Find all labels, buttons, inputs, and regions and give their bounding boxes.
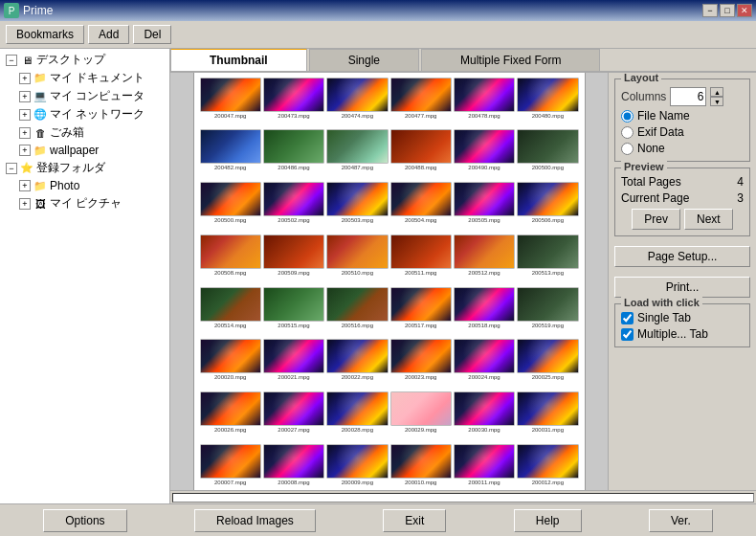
list-item[interactable]: 200504.mpg [390,178,452,229]
help-button[interactable]: Help [514,509,582,532]
list-item[interactable]: 200012.mpg [517,439,578,490]
list-item[interactable]: 200508.mpg [200,230,261,280]
list-item[interactable]: 200514.mpg [200,282,261,333]
list-item[interactable]: 200500.mpg [200,178,261,229]
list-item[interactable]: 200009.mpg [326,439,388,490]
print-button[interactable]: Print... [614,277,750,298]
minimize-button[interactable]: − [702,4,718,17]
list-item[interactable]: 200511.mpg [390,230,452,280]
columns-up[interactable]: ▲ [710,87,723,97]
sidebar-item-mycomputer[interactable]: + 💻 マイ コンピュータ [2,87,167,105]
expand-wallpaper[interactable]: + [19,145,31,156]
expand-recycle[interactable]: + [19,127,31,139]
thumbnail-image [326,339,388,373]
list-item[interactable]: 200023.mpg [390,335,452,386]
list-item[interactable]: 200047.mpg [200,73,261,123]
tab-single[interactable]: Single [309,49,419,71]
list-item[interactable]: 200518.mpg [454,282,515,333]
expand-mycomputer[interactable]: + [19,91,31,102]
sidebar-item-mydocs[interactable]: + 📁 マイ ドキュメント [2,69,167,87]
page-setup-button[interactable]: Page Setup... [614,246,750,267]
list-item[interactable]: 200007.mpg [200,439,261,490]
prev-button[interactable]: Prev [632,209,680,230]
tab-thumbnail[interactable]: Thumbnail [170,49,307,71]
exit-button[interactable]: Exit [383,509,446,532]
list-item[interactable]: 200502.mpg [263,178,324,229]
list-item[interactable]: 200027.mpg [263,388,324,438]
list-item[interactable]: 200473.mpg [263,73,324,123]
sidebar-item-desktop[interactable]: − 🖥 デスクトップ [2,51,167,69]
filename-radio[interactable] [621,110,634,123]
list-item[interactable]: 200500.mpg [517,125,578,176]
single-tab-checkbox[interactable] [621,312,634,324]
list-item[interactable]: 200024.mpg [454,335,515,386]
list-item[interactable]: 200512.mpg [454,230,515,280]
expand-mydocs[interactable]: + [19,73,31,84]
expand-desktop[interactable]: − [6,55,17,66]
expand-regfolder[interactable]: − [6,163,17,174]
exif-radio[interactable] [621,126,634,139]
bookmarks-button[interactable]: Bookmarks [6,25,84,44]
list-item[interactable]: 200028.mpg [326,388,388,438]
list-item[interactable]: 200509.mpg [263,230,324,280]
expand-mypictures[interactable]: + [19,198,31,210]
list-item[interactable]: 200506.mpg [517,178,578,229]
next-button[interactable]: Next [684,209,733,230]
list-item[interactable]: 200516.mpg [326,282,388,333]
sidebar-item-mypictures[interactable]: + 🖼 マイ ピクチャ [2,194,167,212]
current-page-value: 3 [737,191,744,205]
list-item[interactable]: 200515.mpg [263,282,324,333]
sidebar-item-wallpaper[interactable]: + 📁 wallpaper [2,142,167,159]
thumbnail-image [326,444,388,479]
sidebar-item-photo[interactable]: + 📁 Photo [2,177,167,194]
sidebar-item-regfolder[interactable]: − ⭐ 登録フォルダ [2,159,167,177]
list-item[interactable]: 200025.mpg [517,335,578,386]
maximize-button[interactable]: □ [720,4,735,17]
tab-multiple-fixed[interactable]: Multiple Fixed Form [421,49,600,71]
layout-section-label: Layout [621,73,661,83]
expand-photo[interactable]: + [19,180,31,191]
list-item[interactable]: 200490.mpg [454,125,515,176]
list-item[interactable]: 200513.mpg [517,230,578,280]
list-item[interactable]: 200474.mpg [326,73,388,123]
columns-down[interactable]: ▼ [710,97,723,106]
list-item[interactable]: 200482.mpg [200,125,261,176]
thumbnail-image [390,339,452,373]
list-item[interactable]: 200519.mpg [517,282,578,333]
list-item[interactable]: 200503.mpg [326,178,388,229]
list-item[interactable]: 200030.mpg [454,388,515,438]
list-item[interactable]: 200517.mpg [390,282,452,333]
del-button[interactable]: Del [133,25,171,44]
list-item[interactable]: 200011.mpg [454,439,515,490]
add-button[interactable]: Add [88,25,129,44]
list-item[interactable]: 200486.mpg [263,125,324,176]
list-item[interactable]: 200477.mpg [390,73,452,123]
list-item[interactable]: 200008.mpg [263,439,324,490]
list-item[interactable]: 200026.mpg [200,388,261,438]
list-item[interactable]: 200031.mpg [517,388,578,438]
list-item[interactable]: 200480.mpg [517,73,578,123]
thumbnail-image [517,78,578,112]
list-item[interactable]: 200488.mpg [390,125,452,176]
list-item[interactable]: 200010.mpg [390,439,452,490]
reload-images-button[interactable]: Reload Images [194,509,316,532]
list-item[interactable]: 200029.mpg [390,388,452,438]
list-item[interactable]: 200487.mpg [326,125,388,176]
options-button[interactable]: Options [43,509,126,532]
list-item[interactable]: 200510.mpg [326,230,388,280]
multiple-tab-checkbox[interactable] [621,328,634,341]
columns-input[interactable] [670,87,706,106]
ver-button[interactable]: Ver. [649,509,713,532]
expand-mynetwork[interactable]: + [19,109,31,121]
list-item[interactable]: 200021.mpg [263,335,324,386]
close-button[interactable]: ✕ [737,4,752,17]
sidebar-item-recycle[interactable]: + 🗑 ごみ箱 [2,123,167,142]
list-item[interactable]: 200020.mpg [200,335,261,386]
list-item[interactable]: 200505.mpg [454,178,515,229]
none-radio[interactable] [621,143,634,155]
sidebar-item-mynetwork[interactable]: + 🌐 マイ ネットワーク [2,105,167,123]
thumbnail-label: 200486.mpg [278,165,309,171]
list-item[interactable]: 200478.mpg [454,73,515,123]
recycle-icon: 🗑 [33,125,48,141]
list-item[interactable]: 200022.mpg [326,335,388,386]
